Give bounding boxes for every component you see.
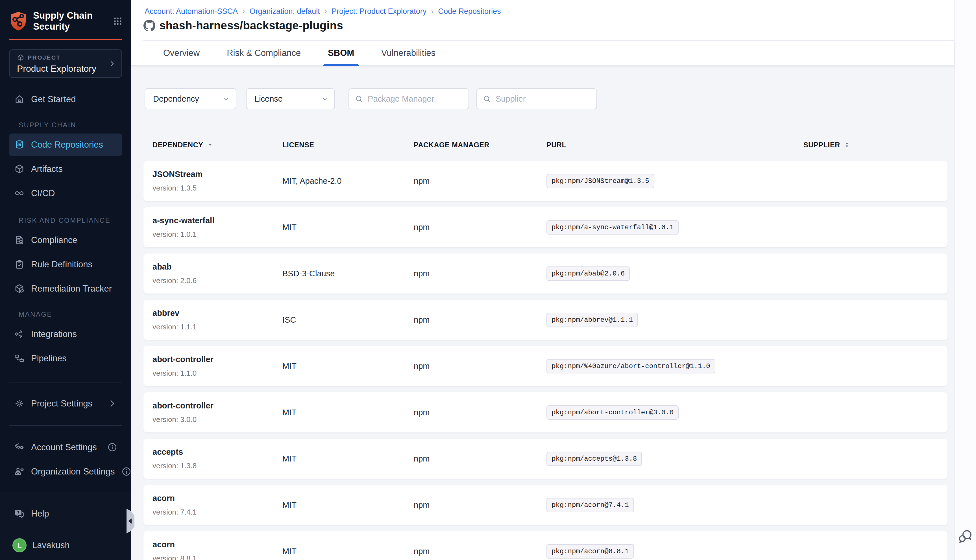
dependency-cell: acornversion: 8.8.1 bbox=[152, 540, 282, 560]
dependency-cell: a-sync-waterfallversion: 1.0.1 bbox=[152, 216, 282, 239]
purl-value: pkg:npm/a-sync-waterfall@1.0.1 bbox=[546, 220, 679, 235]
page-title: shash-harness/backstage-plugins bbox=[159, 19, 343, 32]
dependency-name: abab bbox=[152, 262, 282, 272]
dependency-filter-select[interactable]: Dependency bbox=[145, 88, 236, 109]
dependency-version: version: 1.1.0 bbox=[152, 369, 282, 378]
table-row[interactable]: abbrevversion: 1.1.1ISCnpmpkg:npm/abbrev… bbox=[143, 300, 948, 340]
pipelines-icon bbox=[14, 353, 25, 363]
chat-bubbles-icon[interactable] bbox=[958, 528, 973, 544]
sidebar-header: Supply Chain Security bbox=[0, 0, 131, 32]
supplier-input[interactable] bbox=[495, 94, 603, 104]
tab-vulnerabilities[interactable]: Vulnerabilities bbox=[381, 41, 435, 65]
tab-risk-compliance[interactable]: Risk & Compliance bbox=[227, 41, 301, 65]
purl-value: pkg:npm/abab@2.0.6 bbox=[546, 267, 630, 281]
column-header-package-manager: PACKAGE MANAGER bbox=[414, 141, 546, 149]
sidebar-item-label: Integrations bbox=[31, 329, 77, 339]
gear-icon bbox=[14, 398, 25, 409]
purl-value: pkg:npm/JSONStream@1.3.5 bbox=[546, 174, 654, 188]
sidebar-nav: Get StartedSUPPLY CHAINCode Repositories… bbox=[0, 88, 131, 370]
sidebar-item-rule-definitions[interactable]: Rule Definitions bbox=[9, 253, 122, 276]
search-icon bbox=[355, 95, 363, 103]
package-manager-cell: npm bbox=[414, 362, 546, 371]
sidebar-item-account-settings[interactable]: Account Settings bbox=[9, 436, 122, 459]
tab-sbom[interactable]: SBOM bbox=[328, 41, 354, 65]
tab-overview[interactable]: Overview bbox=[163, 41, 200, 65]
table-row[interactable]: JSONStreamversion: 1.3.5MIT, Apache-2.0n… bbox=[143, 161, 948, 201]
sidebar-item-organization-settings[interactable]: Organization Settings bbox=[9, 460, 122, 483]
license-cell: MIT bbox=[282, 547, 414, 556]
sidebar-item-label: Rule Definitions bbox=[31, 259, 92, 270]
shield-logo-icon bbox=[9, 11, 27, 31]
app-title: Supply Chain Security bbox=[33, 10, 93, 32]
doc-search-icon bbox=[14, 235, 25, 245]
sidebar-item-compliance[interactable]: Compliance bbox=[9, 229, 122, 252]
table-row[interactable]: acornversion: 8.8.1MITnpmpkg:npm/acorn@8… bbox=[143, 531, 948, 560]
column-header-label: SUPPLIER bbox=[803, 141, 840, 149]
sidebar-item-label: Remediation Tracker bbox=[31, 284, 112, 294]
sidebar-section-label: RISK AND COMPLIANCE bbox=[18, 216, 131, 225]
license-filter-label: License bbox=[254, 94, 283, 103]
sbom-content: Dependency License bbox=[131, 66, 954, 560]
purl-cell: pkg:npm/acorn@8.8.1 bbox=[546, 544, 803, 558]
chevron-right-icon bbox=[108, 60, 116, 68]
sidebar-item-label: Artifacts bbox=[31, 164, 63, 174]
sidebar-divider bbox=[9, 382, 122, 382]
sidebar-item-help[interactable]: Help bbox=[9, 502, 122, 525]
package-manager-search bbox=[349, 88, 469, 109]
license-cell: MIT bbox=[282, 454, 414, 463]
column-header-license: LICENSE bbox=[282, 141, 414, 149]
sidebar-section: RISK AND COMPLIANCEComplianceRule Defini… bbox=[0, 216, 131, 300]
table-row[interactable]: ababversion: 2.0.6BSD-3-Clausenpmpkg:npm… bbox=[143, 253, 948, 293]
sidebar-item-artifacts[interactable]: Artifacts bbox=[9, 158, 122, 180]
project-name: Product Exploratory bbox=[17, 63, 116, 74]
sidebar-item-pipelines[interactable]: Pipelines bbox=[9, 347, 122, 370]
sidebar-item-integrations[interactable]: Integrations bbox=[9, 323, 122, 345]
sort-desc-icon bbox=[207, 142, 214, 148]
sidebar-section-label: SUPPLY CHAIN bbox=[18, 121, 131, 129]
sidebar-section: Get Started bbox=[0, 88, 131, 111]
dependency-cell: abbrevversion: 1.1.1 bbox=[152, 308, 282, 332]
dependency-version: version: 7.4.1 bbox=[152, 508, 282, 517]
github-icon bbox=[143, 20, 155, 32]
main-area: Account: Automation-SSCA›Organization: d… bbox=[131, 0, 954, 560]
dependency-cell: abort-controllerversion: 3.0.0 bbox=[152, 401, 282, 424]
dependency-version: version: 3.0.0 bbox=[152, 415, 282, 424]
package-manager-cell: npm bbox=[414, 500, 546, 510]
cube-icon bbox=[14, 164, 25, 174]
sidebar-item-ci-cd[interactable]: CI/CD bbox=[9, 182, 122, 205]
sidebar-item-code-repositories[interactable]: Code Repositories bbox=[9, 133, 122, 156]
table-row[interactable]: acornversion: 7.4.1MITnpmpkg:npm/acorn@7… bbox=[143, 485, 948, 525]
sidebar-item-project-settings[interactable]: Project Settings bbox=[9, 392, 122, 415]
column-header-supplier[interactable]: SUPPLIER bbox=[803, 141, 948, 149]
table-row[interactable]: abort-controllerversion: 3.0.0MITnpmpkg:… bbox=[143, 392, 948, 432]
package-manager-input[interactable] bbox=[367, 94, 475, 104]
purl-value: pkg:npm/abort-controller@3.0.0 bbox=[546, 405, 679, 420]
sidebar-item-label: Account Settings bbox=[31, 442, 97, 452]
sidebar-item-remediation-tracker[interactable]: Remediation Tracker bbox=[9, 277, 122, 300]
project-selector[interactable]: PROJECT Product Exploratory bbox=[9, 49, 122, 78]
home-icon bbox=[14, 94, 25, 105]
breadcrumb-link[interactable]: Organization: default bbox=[250, 7, 320, 16]
info-icon[interactable] bbox=[107, 442, 117, 452]
sidebar-item-label: Organization Settings bbox=[31, 467, 115, 477]
dependency-name: accepts bbox=[152, 447, 282, 457]
package-manager-cell: npm bbox=[414, 408, 546, 417]
breadcrumb-link[interactable]: Account: Automation-SSCA bbox=[145, 7, 238, 16]
column-header-label: PURL bbox=[546, 141, 566, 149]
sidebar-item-get-started[interactable]: Get Started bbox=[9, 88, 122, 111]
breadcrumb-separator: › bbox=[242, 7, 245, 16]
table-header: DEPENDENCYLICENSEPACKAGE MANAGERPURLSUPP… bbox=[143, 138, 948, 152]
table-row[interactable]: acceptsversion: 1.3.8MITnpmpkg:npm/accep… bbox=[143, 438, 948, 479]
license-filter-select[interactable]: License bbox=[246, 88, 335, 109]
info-icon[interactable] bbox=[121, 466, 132, 477]
sort-both-icon bbox=[844, 142, 850, 148]
user-menu[interactable]: L Lavakush bbox=[9, 534, 122, 557]
column-header-dependency[interactable]: DEPENDENCY bbox=[152, 141, 282, 149]
grid-icon[interactable] bbox=[113, 17, 123, 26]
breadcrumb-link[interactable]: Project: Product Exploratory bbox=[332, 7, 426, 16]
infinity-icon bbox=[14, 188, 25, 198]
table-row[interactable]: abort-controllerversion: 1.1.0MITnpmpkg:… bbox=[143, 346, 948, 386]
breadcrumb-link[interactable]: Code Repositories bbox=[438, 7, 501, 16]
sidebar-divider bbox=[9, 425, 122, 426]
table-row[interactable]: a-sync-waterfallversion: 1.0.1MITnpmpkg:… bbox=[143, 207, 948, 247]
